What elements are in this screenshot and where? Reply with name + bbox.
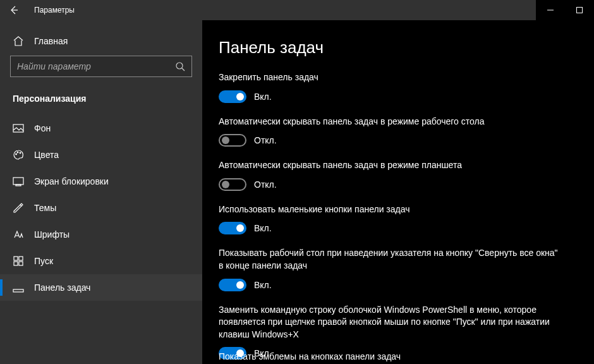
toggle-switch[interactable] [219, 222, 246, 234]
sidebar-item-background[interactable]: Фон [0, 115, 202, 142]
minimize-icon [547, 7, 554, 13]
svg-rect-2 [13, 124, 23, 132]
setting-label: Заменить командную строку оболочкой Wind… [219, 304, 560, 341]
sidebar-nav: Фон Цвета Экран блокировки [0, 115, 202, 301]
sidebar-item-label: Пуск [34, 256, 53, 266]
svg-point-3 [16, 154, 17, 155]
svg-rect-10 [14, 262, 18, 265]
setting-autohide-tablet: Автоматически скрывать панель задач в ре… [219, 159, 560, 191]
sidebar-item-label: Шрифты [34, 229, 70, 240]
home-link[interactable]: Главная [0, 30, 202, 56]
setting-small-buttons: Использовать маленькие кнопки панели зад… [219, 203, 560, 235]
category-header: Персонализация [0, 90, 202, 115]
setting-label: Показывать рабочий стол при наведении ук… [219, 247, 560, 272]
arrow-left-icon [9, 5, 19, 15]
taskbar-icon [13, 282, 24, 293]
titlebar: Параметры [0, 0, 594, 20]
setting-label: Автоматически скрывать панель задач в ре… [219, 116, 560, 128]
content: Панель задач Закрепить панель задач Вкл.… [202, 20, 594, 364]
sidebar-item-label: Фон [34, 123, 51, 133]
sidebar-item-themes[interactable]: Темы [0, 195, 202, 221]
svg-point-4 [17, 152, 18, 153]
toggle-row: Вкл. [219, 279, 560, 291]
toggle-switch[interactable] [219, 134, 246, 147]
toggle-knob [222, 181, 229, 188]
fonts-icon [13, 229, 24, 240]
svg-rect-8 [14, 257, 18, 260]
start-icon [13, 255, 24, 267]
sidebar-item-start[interactable]: Пуск [0, 248, 202, 274]
sidebar-item-lockscreen[interactable]: Экран блокировки [0, 168, 202, 195]
maximize-icon [576, 7, 583, 13]
toggle-knob [236, 224, 244, 232]
toggle-row: Вкл. [219, 222, 560, 234]
toggle-switch[interactable] [219, 178, 246, 191]
toggle-knob [236, 281, 244, 289]
search-wrap [0, 56, 202, 90]
sidebar-item-fonts[interactable]: Шрифты [0, 221, 202, 248]
setting-autohide-desktop: Автоматически скрывать панель задач в ре… [219, 116, 560, 147]
svg-rect-12 [13, 289, 23, 292]
sidebar: Главная Персонализация [0, 20, 202, 364]
svg-rect-0 [577, 8, 583, 13]
sidebar-item-label: Темы [34, 203, 56, 213]
toggle-knob [222, 136, 229, 144]
themes-icon [13, 202, 24, 214]
truncated-setting-label: Показать эмблемы на кнопках панели задач [219, 351, 401, 361]
setting-label: Использовать маленькие кнопки панели зад… [219, 203, 560, 216]
settings-window: Параметры Главная [0, 0, 594, 364]
lockscreen-icon [13, 176, 24, 187]
svg-point-5 [20, 152, 21, 154]
window-title: Параметры [34, 6, 75, 15]
minimize-button[interactable] [536, 0, 565, 20]
toggle-row: Откл. [219, 178, 560, 191]
window-controls [536, 0, 594, 20]
toggle-state: Откл. [254, 179, 277, 190]
body: Главная Персонализация [0, 20, 594, 364]
setting-lock-taskbar: Закрепить панель задач Вкл. [219, 71, 560, 103]
maximize-button[interactable] [565, 0, 594, 20]
setting-peek-desktop: Показывать рабочий стол при наведении ук… [219, 247, 560, 291]
search-box[interactable] [10, 56, 192, 77]
back-button[interactable] [6, 3, 21, 18]
toggle-state: Вкл. [254, 92, 272, 102]
svg-rect-11 [19, 262, 23, 265]
titlebar-left: Параметры [0, 3, 75, 18]
toggle-state: Откл. [254, 135, 277, 145]
toggle-row: Вкл. [219, 90, 560, 103]
sidebar-item-colors[interactable]: Цвета [0, 142, 202, 168]
image-icon [13, 123, 24, 134]
svg-rect-9 [19, 257, 23, 260]
toggle-row: Откл. [219, 134, 560, 147]
sidebar-item-taskbar[interactable]: Панель задач [0, 274, 202, 301]
search-icon [175, 61, 185, 71]
page-title: Панель задач [219, 38, 578, 58]
palette-icon [13, 149, 24, 161]
toggle-state: Вкл. [254, 280, 272, 290]
svg-rect-6 [13, 178, 23, 185]
toggle-switch[interactable] [219, 90, 246, 103]
svg-rect-7 [16, 185, 21, 186]
sidebar-item-label: Экран блокировки [34, 176, 109, 186]
toggle-switch[interactable] [219, 279, 246, 291]
home-icon [13, 35, 24, 47]
setting-label: Автоматически скрывать панель задач в ре… [219, 159, 560, 172]
search-input[interactable] [17, 61, 169, 71]
sidebar-item-label: Панель задач [34, 282, 90, 293]
sidebar-item-label: Цвета [34, 150, 59, 160]
toggle-state: Вкл. [254, 223, 272, 233]
toggle-knob [236, 93, 244, 100]
svg-point-1 [176, 63, 183, 69]
setting-label: Закрепить панель задач [219, 71, 560, 84]
home-label: Главная [34, 36, 68, 46]
